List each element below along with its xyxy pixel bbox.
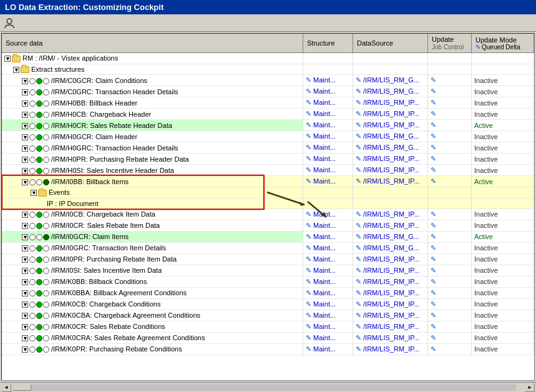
table-row[interactable]: ▼/IRM/H0CB: Chargeback Header✎ Maint...✎… xyxy=(2,109,534,120)
scroll-track[interactable] xyxy=(12,385,516,391)
tree-expand-icon[interactable]: ▼ xyxy=(22,112,28,118)
table-row[interactable]: ▼RM : /IRM/ - Vistex applications xyxy=(2,53,534,64)
table-row[interactable]: ▼Events xyxy=(2,187,534,198)
structure-link[interactable]: Maint... xyxy=(313,289,336,296)
table-row[interactable]: ▼/IRM/K0CBA: Chargeback Agreement Condit… xyxy=(2,310,534,321)
datasource-link[interactable]: /IRM/LIS_RM_IP... xyxy=(363,278,419,285)
structure-link[interactable]: Maint... xyxy=(313,323,336,330)
structure-link[interactable]: Maint... xyxy=(313,210,336,218)
datasource-link[interactable]: /IRM/LIS_RM_G... xyxy=(363,76,419,84)
datasource-link[interactable]: /IRM/LIS_RM_IP... xyxy=(363,345,419,353)
datasource-link[interactable]: /IRM/LIS_RM_G... xyxy=(363,87,419,95)
table-row[interactable]: ▼/IRM/K0BBA: Billback Agreement Conditio… xyxy=(2,287,534,298)
tree-expand-icon[interactable]: ▼ xyxy=(22,212,28,218)
tree-expand-icon[interactable]: ▼ xyxy=(22,324,28,330)
scroll-right-arrow[interactable]: ► xyxy=(525,383,535,392)
structure-link[interactable]: Maint... xyxy=(313,87,336,95)
datasource-link[interactable]: /IRM/LIS_RM_IP... xyxy=(363,323,419,330)
structure-link[interactable]: Maint... xyxy=(313,76,336,84)
table-row[interactable]: ▼/IRM/H0GCR: Claim Header✎ Maint...✎ /IR… xyxy=(2,131,534,142)
tree-expand-icon[interactable]: ▼ xyxy=(22,123,28,129)
datasource-link[interactable]: /IRM/LIS_RM_G... xyxy=(363,244,419,252)
table-row[interactable]: ▼/IRM/C0GCR: Claim Conditions✎ Maint...✎… xyxy=(2,75,534,86)
table-row[interactable]: ▼/IRM/K0PR: Purchasing Rebate Conditions… xyxy=(2,343,534,355)
scroll-thumb[interactable] xyxy=(12,385,31,391)
table-row[interactable]: ▼/IRM/I0PR: Purchasing Rebate Item Data✎… xyxy=(2,253,534,265)
datasource-link[interactable]: /IRM/LIS_RM_IP... xyxy=(363,267,419,274)
table-row[interactable]: ▼/IRM/I0CR: Sales Rebate Item Data✎ Main… xyxy=(2,220,534,231)
tree-expand-icon[interactable]: ▼ xyxy=(13,67,19,73)
tree-expand-icon[interactable]: ▼ xyxy=(4,56,11,62)
tree-expand-icon[interactable]: ▼ xyxy=(22,168,28,174)
table-row[interactable]: ▼/IRM/K0BB: Billback Conditions✎ Maint..… xyxy=(2,276,534,287)
datasource-link[interactable]: /IRM/LIS_RM_IP... xyxy=(363,334,419,341)
datasource-link[interactable]: /IRM/LIS_RM_IP... xyxy=(363,155,419,162)
tree-expand-icon[interactable]: ▼ xyxy=(22,223,28,229)
table-row[interactable]: ▼/IRM/H0GRC: Transaction Header Details✎… xyxy=(2,142,534,154)
tree-expand-icon[interactable]: ▼ xyxy=(22,301,28,308)
tree-expand-icon[interactable]: ▼ xyxy=(22,145,28,152)
table-row[interactable]: ▼/IRM/H0BB: Billback Header✎ Maint...✎ /… xyxy=(2,97,534,109)
structure-link[interactable]: Maint... xyxy=(313,311,336,319)
user-icon[interactable] xyxy=(2,16,16,30)
structure-link[interactable]: Maint... xyxy=(313,244,336,252)
structure-link[interactable]: Maint... xyxy=(313,334,336,341)
structure-link[interactable]: Maint... xyxy=(313,110,336,117)
table-row[interactable]: ▼/IRM/H0PR: Purchasing Rebate Header Dat… xyxy=(2,154,534,165)
tree-expand-icon[interactable]: ▼ xyxy=(22,234,28,240)
datasource-link[interactable]: /IRM/LIS_RM_IP... xyxy=(363,177,419,185)
table-row[interactable]: ▼/IRM/K0CB: Chargeback Conditions✎ Maint… xyxy=(2,298,534,310)
data-table-container[interactable]: Source data Structure DataSource UpdateJ… xyxy=(1,33,535,381)
datasource-link[interactable]: /IRM/LIS_RM_IP... xyxy=(363,110,419,117)
datasource-link[interactable]: /IRM/LIS_RM_G... xyxy=(363,132,419,140)
structure-link[interactable]: Maint... xyxy=(313,177,336,185)
structure-link[interactable]: Maint... xyxy=(313,121,336,129)
tree-expand-icon[interactable]: ▼ xyxy=(22,157,28,163)
table-row[interactable]: ▼/IRM/H0SI: Sales Incentive Header Data✎… xyxy=(2,165,534,176)
datasource-link[interactable]: /IRM/LIS_RM_IP... xyxy=(363,210,419,218)
horizontal-scrollbar[interactable]: ◄ ► xyxy=(0,382,536,392)
structure-link[interactable]: Maint... xyxy=(313,166,336,174)
tree-expand-icon[interactable]: ▼ xyxy=(22,257,28,263)
tree-expand-icon[interactable]: ▼ xyxy=(31,190,37,196)
structure-link[interactable]: Maint... xyxy=(313,278,336,285)
datasource-link[interactable]: /IRM/LIS_RM_IP... xyxy=(363,121,419,129)
structure-link[interactable]: Maint... xyxy=(313,345,336,353)
table-row[interactable]: ▼/IRM/K0CRA: Sales Rebate Agreement Cond… xyxy=(2,332,534,343)
table-row[interactable]: ▼/IRM/I0GRC: Transaction Item Details✎ M… xyxy=(2,242,534,253)
structure-link[interactable]: Maint... xyxy=(313,233,336,240)
tree-expand-icon[interactable]: ▼ xyxy=(22,268,28,274)
tree-expand-icon[interactable]: ▼ xyxy=(22,245,28,252)
structure-link[interactable]: Maint... xyxy=(313,267,336,274)
datasource-link[interactable]: /IRM/LIS_RM_IP... xyxy=(363,255,419,263)
tree-expand-icon[interactable]: ▼ xyxy=(22,279,28,285)
datasource-link[interactable]: /IRM/LIS_RM_IP... xyxy=(363,311,419,319)
tree-expand-icon[interactable]: ▼ xyxy=(22,313,28,319)
table-row[interactable]: ▼/IRM/I0SI: Sales Incentive Item Data✎ M… xyxy=(2,265,534,276)
tree-expand-icon[interactable]: ▼ xyxy=(22,335,28,341)
datasource-link[interactable]: /IRM/LIS_RM_G... xyxy=(363,144,419,151)
table-row[interactable]: ▼Extract structures xyxy=(2,64,534,75)
structure-link[interactable]: Maint... xyxy=(313,132,336,140)
tree-expand-icon[interactable]: ▼ xyxy=(22,134,28,140)
structure-link[interactable]: Maint... xyxy=(313,300,336,308)
datasource-link[interactable]: /IRM/LIS_RM_IP... xyxy=(363,289,419,296)
table-row[interactable]: ▼/IRM/I0GCR: Claim Items✎ Maint...✎ /IRM… xyxy=(2,231,534,242)
table-row[interactable]: ▼/IRM/C0GRC: Transaction Header Details✎… xyxy=(2,86,534,97)
datasource-link[interactable]: /IRM/LIS_RM_IP... xyxy=(363,300,419,308)
table-row[interactable]: ▼/IRM/I0BB: Billback Items✎ Maint...✎ /I… xyxy=(2,176,534,187)
structure-link[interactable]: Maint... xyxy=(313,99,336,106)
tree-expand-icon[interactable]: ▼ xyxy=(22,290,28,296)
scroll-left-arrow[interactable]: ◄ xyxy=(1,383,11,392)
tree-expand-icon[interactable]: ▼ xyxy=(22,89,28,96)
datasource-link[interactable]: /IRM/LIS_RM_G... xyxy=(363,233,419,240)
table-row[interactable]: IP : IP Document xyxy=(2,198,534,208)
tree-expand-icon[interactable]: ▼ xyxy=(22,179,28,185)
table-row[interactable]: ▼/IRM/I0CB: Chargeback Item Data✎ Maint.… xyxy=(2,208,534,220)
table-row[interactable]: ▼/IRM/K0CR: Sales Rebate Conditions✎ Mai… xyxy=(2,321,534,332)
structure-link[interactable]: Maint... xyxy=(313,144,336,151)
datasource-link[interactable]: /IRM/LIS_RM_IP... xyxy=(363,166,419,174)
structure-link[interactable]: Maint... xyxy=(313,222,336,229)
structure-link[interactable]: Maint... xyxy=(313,255,336,263)
tree-expand-icon[interactable]: ▼ xyxy=(22,78,28,84)
